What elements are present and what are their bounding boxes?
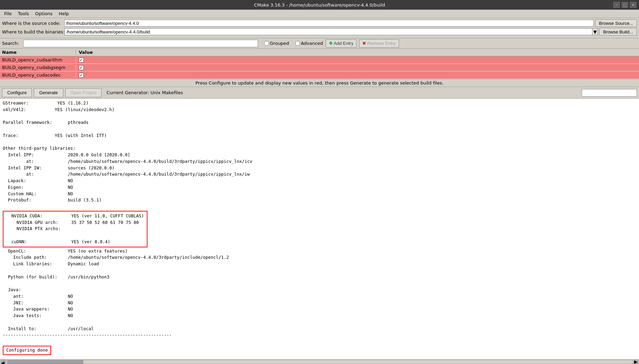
paths-section: Where is the source code: Browse Source.… [0, 18, 639, 38]
entry-row[interactable]: BUILD_opency_cudabgsegm ✓ [0, 64, 639, 71]
log-line: Python (for build): /usr/bin/python3 [3, 274, 636, 281]
log-line: Intel IPP IW: sources (2020.0.0) [3, 165, 636, 171]
log-line: Eigen: NO [3, 184, 636, 191]
open-project-button[interactable]: Open Project [65, 88, 102, 97]
configure-button[interactable]: Configure [2, 88, 32, 97]
value-column-header: Value [76, 50, 639, 55]
log-line: Include path: /home/ubuntu/software/open… [3, 254, 636, 261]
titlebar-controls: ─ □ ✕ [613, 2, 636, 8]
cuda-line: NVIDIA CUDA: YES (ver 11.0, CUFFT CUBLAS… [6, 213, 144, 219]
log-line: GStreamer: YES (1.16.2) [3, 100, 636, 107]
log-line [3, 126, 636, 132]
browse-source-button[interactable]: Browse Source... [595, 19, 637, 27]
log-line: ant: NO [3, 293, 636, 300]
cross-icon: ✖ [362, 41, 366, 46]
log-line: JNI: NO [3, 300, 636, 306]
scroll-right-arrow[interactable]: ▶ [633, 360, 638, 364]
entries-header: Name Value [0, 49, 639, 56]
entry-name: BUILD_opency_cudacodec [0, 72, 76, 78]
log-line: OpenCL: YES (no extra features) [3, 248, 636, 255]
log-line [3, 319, 636, 326]
log-line: Java wrappers: NO [3, 306, 636, 313]
log-line: ----------------------------------------… [3, 332, 636, 338]
entry-value: ✓ [76, 58, 639, 62]
log-line: Parallel framework: pthreads [3, 119, 636, 126]
cuda-line: NVIDIA PTX archs: [6, 226, 144, 232]
menu-file[interactable]: File [1, 10, 15, 17]
log-area[interactable]: GStreamer: YES (1.16.2) v4l/V4l2: YES (l… [0, 99, 639, 359]
build-path-row: Where to build the binaries: ▼ Browse Bu… [2, 28, 637, 36]
log-line: v4l/V4l2: YES (linux/videodev2.h) [3, 107, 636, 113]
generator-search-input[interactable] [582, 89, 637, 97]
build-dropdown-icon[interactable]: ▼ [592, 28, 598, 35]
entry-value: ✓ [76, 73, 639, 78]
entry-name: BUILD_opencv_cudaarithm [0, 57, 76, 62]
entry-checkbox[interactable]: ✓ [79, 65, 84, 70]
cuda-line: NVIDIA GPU arch: 35 37 50 52 60 61 70 75… [6, 219, 144, 226]
scroll-left-arrow[interactable]: ◀ [1, 360, 6, 364]
cuda-block: NVIDIA CUDA: YES (ver 11.0, CUFFT CUBLAS… [3, 211, 147, 247]
status-message: Press Configure to update and display ne… [0, 79, 639, 87]
log-line: Install to: /usr/local [3, 326, 636, 332]
log-line: Other third-party libraries: [3, 145, 636, 152]
generate-button[interactable]: Generate [34, 88, 63, 97]
menu-options[interactable]: Options [32, 10, 55, 17]
build-input[interactable] [65, 28, 592, 35]
menu-help[interactable]: Help [56, 10, 72, 17]
entry-row[interactable]: BUILD_opencv_cudaarithm ✓ [0, 56, 639, 64]
name-column-header: Name [0, 50, 76, 55]
configuring-done-box: Configuring done [3, 346, 51, 355]
entry-value: ✓ [76, 65, 639, 70]
log-line: Java: [3, 287, 636, 293]
entry-checkbox[interactable]: ✓ [79, 73, 84, 78]
close-button[interactable]: ✕ [630, 2, 636, 8]
add-entry-button[interactable]: ✚ Add Entry [326, 39, 356, 48]
entry-row[interactable]: BUILD_opency_cudacodec ✓ [0, 71, 639, 79]
search-input[interactable] [23, 40, 258, 47]
toolbar: Search: Grouped Advanced ✚ Add Entry ✖ R… [0, 38, 639, 49]
configuring-done-text: Configuring done [6, 347, 48, 353]
entries-section: Name Value BUILD_opencv_cudaarithm ✓ BUI… [0, 49, 639, 79]
log-line [3, 139, 636, 146]
entry-name: BUILD_opency_cudabgsegm [0, 65, 76, 70]
cudnn-line: cuDNN: YES (ver 8.0.4) [6, 239, 144, 245]
log-line: Lapack: NO [3, 178, 636, 184]
log-wrapper: GStreamer: YES (1.16.2) v4l/V4l2: YES (l… [0, 99, 639, 364]
advanced-label: Advanced [301, 41, 323, 46]
entry-checkbox[interactable]: ✓ [79, 58, 84, 62]
restore-button[interactable]: □ [622, 2, 628, 8]
source-label: Where is the source code: [2, 21, 64, 26]
generator-label: Current Generator: Unix Makefiles [106, 90, 183, 95]
scroll-thumb[interactable] [7, 360, 83, 364]
log-line: Intel IPP: 2020.0.0 Gold [2020.0.0] [3, 152, 636, 158]
grouped-checkbox-label: Grouped [264, 41, 289, 46]
build-label: Where to build the binaries: [2, 29, 65, 35]
browse-build-button[interactable]: Browse Build... [599, 28, 637, 36]
horizontal-scrollbar[interactable]: ◀ ▶ [0, 359, 639, 364]
advanced-checkbox-label: Advanced [295, 41, 323, 46]
log-line: Link libraries: Dynamic load [3, 261, 636, 267]
source-input[interactable] [64, 20, 594, 27]
menu-tools[interactable]: Tools [15, 10, 32, 17]
log-line [3, 113, 636, 120]
log-line [3, 280, 636, 287]
log-line [3, 204, 636, 210]
minimize-button[interactable]: ─ [613, 2, 620, 8]
log-line: at: /home/ubuntu/software/opencv-4.4.0/b… [3, 171, 636, 178]
search-label: Search: [2, 41, 19, 46]
grouped-checkbox[interactable] [264, 41, 269, 46]
log-line: Custom HAL: NO [3, 191, 636, 197]
action-bar: Configure Generate Open Project Current … [0, 87, 639, 99]
source-path-row: Where is the source code: Browse Source.… [2, 19, 637, 27]
cuda-line [6, 232, 144, 239]
remove-entry-button[interactable]: ✖ Remove Entry [359, 39, 399, 48]
log-line [3, 338, 636, 345]
log-line [3, 267, 636, 274]
plus-icon: ✚ [329, 41, 333, 46]
menubar: File Tools Options Help [0, 10, 639, 18]
scroll-track[interactable] [6, 360, 633, 364]
advanced-checkbox[interactable] [295, 41, 300, 46]
log-line: Trace: YES (with Intel ITT) [3, 132, 636, 139]
titlebar: CMake 3.16.3 - /home/ubuntu/software/ope… [0, 0, 639, 10]
log-line: Java tests: NO [3, 313, 636, 319]
